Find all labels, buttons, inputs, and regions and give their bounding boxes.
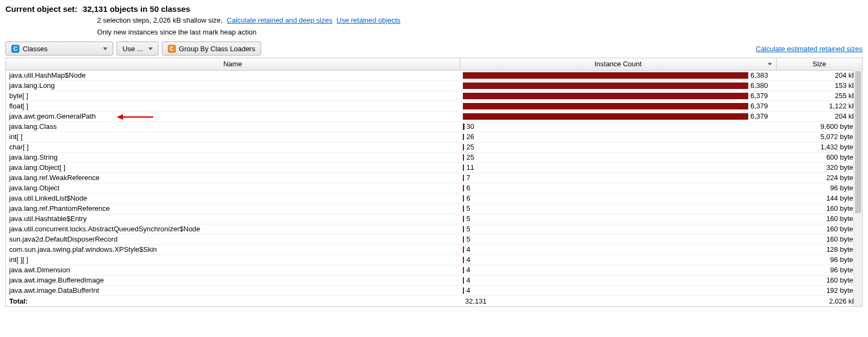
count-text: 5 — [466, 235, 470, 243]
table-row[interactable]: java.util.HashMap$Node6,383204 kB — [6, 70, 862, 80]
cell-count: 25 — [460, 152, 776, 162]
cell-size: 320 bytes — [776, 162, 862, 173]
cell-count: 4 — [460, 285, 776, 295]
cell-size: 255 kB — [776, 91, 862, 101]
classes-dropdown[interactable]: C Classes — [5, 42, 113, 56]
count-text: 5 — [466, 204, 470, 212]
count-text: 26 — [466, 133, 474, 141]
link-calc-estimated[interactable]: Calculate estimated retained sizes — [756, 45, 863, 53]
table-row[interactable]: java.lang.String25600 bytes — [6, 152, 862, 162]
col-header-name[interactable]: Name — [6, 58, 460, 70]
cell-count: 6 — [460, 193, 776, 203]
count-bar — [463, 154, 464, 161]
classes-label: Classes — [23, 45, 47, 53]
toolbar: C Classes Use ... C Group By Class Loade… — [5, 42, 863, 56]
table-row[interactable]: int[ ][ ]496 bytes — [6, 255, 862, 265]
cell-count: 6,379 — [460, 101, 776, 111]
cell-count: 6,383 — [460, 70, 776, 80]
count-bar — [463, 185, 464, 191]
table-container: Name Instance Count Size java.util.HashM… — [5, 58, 863, 307]
cell-name: java.util.HashMap$Node — [6, 70, 460, 80]
header: Current object set: 32,131 objects in 50… — [5, 4, 863, 38]
count-bar — [463, 144, 464, 150]
count-text: 6,379 — [750, 92, 768, 100]
group-by-button[interactable]: C Group By Class Loaders — [162, 42, 262, 56]
cell-name: java.awt.image.BufferedImage — [6, 275, 460, 285]
table-row[interactable]: java.util.concurrent.locks.AbstractQueue… — [6, 224, 862, 234]
cell-size: 144 bytes — [776, 193, 862, 203]
chevron-down-icon — [103, 47, 107, 50]
footer-count: 32,131 — [465, 297, 487, 305]
col-header-size[interactable]: Size — [776, 58, 862, 70]
table-row[interactable]: com.sun.java.swing.plaf.windows.XPStyle$… — [6, 244, 862, 255]
cell-name: byte[ ] — [6, 91, 460, 101]
count-bar — [463, 175, 464, 181]
cell-size: 96 bytes — [776, 255, 862, 265]
table-row[interactable]: java.lang.Long6,380153 kB — [6, 80, 862, 91]
count-bar — [463, 277, 464, 284]
table-row[interactable]: java.lang.Class309,600 bytes — [6, 121, 862, 132]
cell-count: 26 — [460, 132, 776, 142]
annotation-arrow — [117, 112, 154, 121]
use-button[interactable]: Use ... — [117, 42, 159, 56]
count-bar — [463, 205, 464, 212]
cell-name: int[ ] — [6, 132, 460, 142]
table-row[interactable]: java.lang.ref.WeakReference7224 bytes — [6, 173, 862, 183]
cell-name: float[ ] — [6, 101, 460, 111]
cell-size: 160 bytes — [776, 203, 862, 214]
cell-size: 160 bytes — [776, 275, 862, 285]
count-text: 4 — [466, 256, 470, 264]
link-use-retained[interactable]: Use retained objects — [337, 16, 401, 24]
count-bar — [463, 236, 464, 243]
cell-name: java.lang.Class — [6, 121, 460, 132]
cell-count: 6,380 — [460, 80, 776, 91]
cell-size: 204 kB — [776, 70, 862, 80]
col-header-count[interactable]: Instance Count — [460, 58, 776, 70]
count-text: 5 — [466, 215, 470, 223]
cell-count: 7 — [460, 173, 776, 183]
cell-count: 5 — [460, 214, 776, 224]
cell-size: 96 bytes — [776, 265, 862, 275]
cell-size: 224 bytes — [776, 173, 862, 183]
table-row[interactable]: java.awt.image.BufferedImage4160 bytes — [6, 275, 862, 285]
table-row[interactable]: java.awt.geom.GeneralPath6,379204 kB — [6, 111, 862, 121]
count-bar — [463, 164, 464, 171]
cell-size: 204 kB — [776, 111, 862, 121]
table-row[interactable]: java.awt.image.DataBufferInt4192 bytes — [6, 285, 862, 295]
cell-size: 600 bytes — [776, 152, 862, 162]
table-row[interactable]: java.awt.Dimension496 bytes — [6, 265, 862, 275]
link-calc-retained[interactable]: Calculate retained and deep sizes — [227, 16, 332, 24]
cell-count: 5 — [460, 203, 776, 214]
table-row[interactable]: java.lang.Object696 bytes — [6, 183, 862, 193]
table-row[interactable]: java.lang.Object[ ]11320 bytes — [6, 162, 862, 173]
class-table: Name Instance Count Size java.util.HashM… — [6, 58, 862, 306]
cell-name: java.lang.Long — [6, 80, 460, 91]
count-text: 30 — [467, 122, 474, 130]
count-text: 6,379 — [750, 112, 768, 120]
count-bar — [463, 246, 464, 253]
subinfo-note: Only new instances since the last mark h… — [97, 28, 257, 36]
table-row[interactable]: sun.java2d.DefaultDisposerRecord5160 byt… — [6, 234, 862, 244]
table-row[interactable]: char[ ]251,432 bytes — [6, 142, 862, 152]
count-bar — [463, 216, 464, 222]
count-text: 4 — [466, 266, 470, 274]
table-row[interactable]: java.lang.ref.PhantomReference5160 bytes — [6, 203, 862, 214]
scrollbar[interactable] — [853, 70, 862, 306]
count-text: 6 — [466, 194, 470, 202]
table-row[interactable]: byte[ ]6,379255 kB — [6, 91, 862, 101]
cell-count: 4 — [460, 265, 776, 275]
cell-name: char[ ] — [6, 142, 460, 152]
table-row[interactable]: float[ ]6,3791,122 kB — [6, 101, 862, 111]
scroll-thumb[interactable] — [855, 71, 861, 213]
count-bar — [463, 72, 748, 79]
cell-name: java.util.Hashtable$Entry — [6, 214, 460, 224]
cell-size: 1,122 kB — [776, 101, 862, 111]
table-row[interactable]: java.util.Hashtable$Entry5160 bytes — [6, 214, 862, 224]
table-row[interactable]: int[ ]265,072 bytes — [6, 132, 862, 142]
header-title-label: Current object set: — [5, 4, 77, 13]
count-bar — [463, 257, 464, 263]
table-row[interactable]: java.util.LinkedList$Node6144 bytes — [6, 193, 862, 203]
count-bar — [463, 113, 748, 120]
cell-name: java.awt.Dimension — [6, 265, 460, 275]
use-label: Use ... — [122, 45, 143, 53]
